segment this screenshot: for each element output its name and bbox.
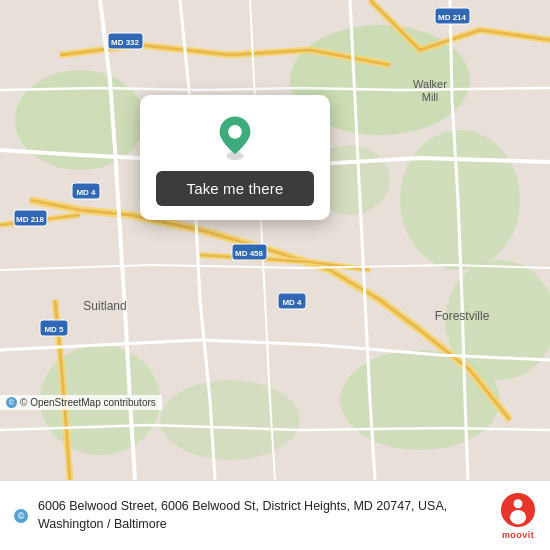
svg-text:MD 214: MD 214 <box>438 13 467 22</box>
moovit-logo: moovit <box>500 492 536 540</box>
moovit-icon <box>500 492 536 528</box>
moovit-text: moovit <box>502 530 534 540</box>
svg-point-28 <box>228 125 242 139</box>
osm-logo-icon: © <box>14 509 28 523</box>
svg-text:MD 5: MD 5 <box>44 325 64 334</box>
copyright-bar: © © OpenStreetMap contributors <box>0 395 162 410</box>
address-text: 6006 Belwood Street, 6006 Belwood St, Di… <box>38 498 490 533</box>
svg-text:MD 218: MD 218 <box>16 215 45 224</box>
svg-text:Walker: Walker <box>413 78 447 90</box>
bottom-bar: © 6006 Belwood Street, 6006 Belwood St, … <box>0 480 550 550</box>
svg-text:MD 4: MD 4 <box>282 298 302 307</box>
map-container: MD 332 MD 214 MD 4 MD 4 MD 218 MD 458 MD… <box>0 0 550 480</box>
svg-text:MD 4: MD 4 <box>76 188 96 197</box>
map-pin-icon <box>211 113 259 161</box>
osm-logo: © <box>14 509 28 523</box>
svg-point-30 <box>514 499 523 508</box>
svg-point-5 <box>340 350 500 450</box>
svg-text:MD 332: MD 332 <box>111 38 140 47</box>
svg-point-31 <box>510 510 526 524</box>
svg-point-7 <box>160 380 300 460</box>
svg-text:Mill: Mill <box>422 91 439 103</box>
svg-text:MD 458: MD 458 <box>235 249 264 258</box>
take-me-there-button[interactable]: Take me there <box>156 171 314 206</box>
copyright-text: © OpenStreetMap contributors <box>20 397 156 408</box>
popup-card: Take me there <box>140 95 330 220</box>
svg-text:Suitland: Suitland <box>83 299 126 313</box>
osm-icon: © <box>6 397 17 408</box>
svg-text:Forestville: Forestville <box>435 309 490 323</box>
